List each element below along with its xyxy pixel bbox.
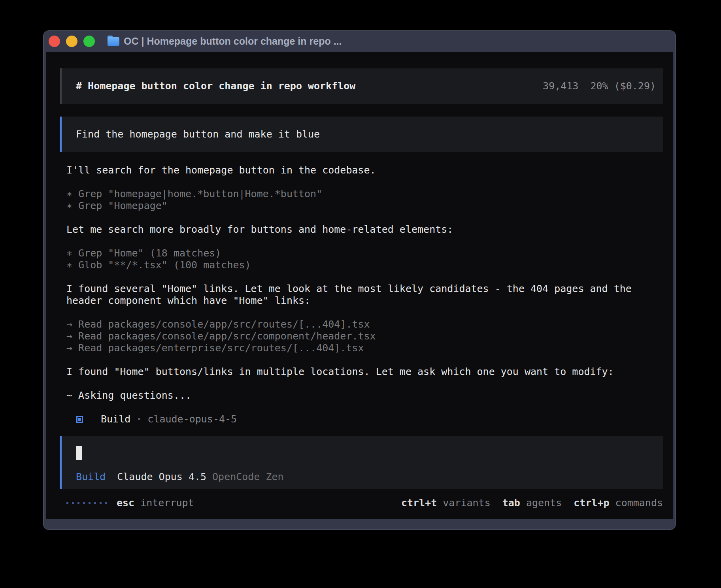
- output-line: header component which have "Home" links…: [66, 295, 663, 307]
- input-provider-label: OpenCode Zen: [212, 471, 284, 483]
- text-cursor: [76, 446, 82, 460]
- output-line: ∗ Grep "homepage|home.*button|Home.*butt…: [66, 188, 663, 200]
- agent-name: Build: [101, 413, 130, 425]
- hint-key: ctrl+p: [574, 497, 609, 509]
- status-bar: esc interrupt ctrl+t variantstab agentsc…: [66, 497, 663, 509]
- hint-label: commands: [610, 497, 663, 509]
- session-meta: 39,41320% ($0.29): [543, 80, 656, 92]
- tool-call-group: ∗ Grep "Home" (18 matches)∗ Glob "**/*.t…: [66, 247, 663, 271]
- keyboard-hint: ctrl+t variants: [401, 497, 491, 509]
- spinner-dot: [83, 502, 85, 504]
- token-count: 39,413: [543, 80, 578, 92]
- spinner-dots: [66, 502, 107, 504]
- assistant-text: I found several "Home" links. Let me loo…: [66, 283, 663, 307]
- esc-key-hint: esc: [117, 497, 134, 509]
- interrupt-label: interrupt: [140, 497, 194, 509]
- output-line: ∗ Grep "Home" (18 matches): [66, 247, 663, 259]
- folder-icon: [108, 37, 119, 46]
- traffic-lights: [49, 36, 95, 47]
- output-line: → Read packages/console/app/src/componen…: [66, 330, 663, 342]
- status-right: ctrl+t variantstab agentsctrl+p commands: [389, 497, 663, 509]
- tool-call-group: → Read packages/console/app/src/routes/[…: [66, 318, 663, 354]
- agent-model: claude-opus-4-5: [147, 413, 237, 425]
- agent-status-line: Build · claude-opus-4-5: [76, 413, 663, 425]
- user-message: Find the homepage button and make it blu…: [60, 117, 663, 152]
- spinner-dot: [77, 502, 79, 504]
- close-button[interactable]: [49, 36, 60, 47]
- output-line: Let me search more broadly for buttons a…: [66, 224, 663, 236]
- tool-call-group: ∗ Grep "homepage|home.*button|Home.*butt…: [66, 188, 663, 212]
- hint-key: ctrl+t: [401, 497, 437, 509]
- hint-key: tab: [502, 497, 520, 509]
- output-line: → Read packages/enterprise/src/routes/[.…: [66, 342, 663, 354]
- spinner-dot: [72, 502, 74, 504]
- spinner-dot: [94, 502, 96, 504]
- output-line: ∗ Glob "**/*.tsx" (100 matches): [66, 259, 663, 271]
- assistant-text: ~ Asking questions...: [66, 390, 663, 401]
- terminal-content: # Homepage button color change in repo w…: [46, 52, 673, 519]
- status-left: esc interrupt: [66, 497, 194, 509]
- output-line: I'll search for the homepage button in t…: [66, 164, 663, 176]
- output-line: → Read packages/console/app/src/routes/[…: [66, 318, 663, 330]
- keyboard-hint: ctrl+p commands: [574, 497, 663, 509]
- assistant-output: I'll search for the homepage button in t…: [66, 164, 663, 401]
- output-line: I found "Home" buttons/links in multiple…: [66, 366, 663, 378]
- window-titlebar[interactable]: OC | Homepage button color change in rep…: [43, 31, 676, 52]
- prompt-input[interactable]: Build Claude Opus 4.5 OpenCode Zen: [60, 436, 663, 489]
- assistant-text: I found "Home" buttons/links in multiple…: [66, 366, 663, 378]
- minimize-button[interactable]: [66, 36, 77, 47]
- input-agent-label[interactable]: Build: [76, 471, 106, 483]
- agent-build-icon: [76, 416, 83, 423]
- hint-label: agents: [520, 497, 562, 509]
- spinner-dot: [105, 502, 107, 504]
- session-title: # Homepage button color change in repo w…: [76, 80, 355, 92]
- window-bottom-edge: [43, 519, 676, 530]
- user-message-text: Find the homepage button and make it blu…: [76, 128, 320, 140]
- assistant-text: Let me search more broadly for buttons a…: [66, 224, 663, 236]
- hint-label: variants: [437, 497, 490, 509]
- output-line: I found several "Home" links. Let me loo…: [66, 283, 663, 295]
- context-usage: 20% ($0.29): [590, 80, 656, 92]
- spinner-dot: [100, 502, 102, 504]
- spinner-dot: [89, 502, 91, 504]
- output-line: ∗ Grep "Homepage": [66, 200, 663, 212]
- keyboard-hint: tab agents: [502, 497, 562, 509]
- spinner-dot: [66, 502, 68, 504]
- zoom-button[interactable]: [83, 36, 95, 47]
- agent-separator: ·: [136, 413, 142, 425]
- window-title: OC | Homepage button color change in rep…: [124, 36, 342, 47]
- desktop: OC | Homepage button color change in rep…: [0, 0, 721, 588]
- assistant-text: I'll search for the homepage button in t…: [66, 164, 663, 176]
- input-meta-row: Build Claude Opus 4.5 OpenCode Zen: [76, 471, 663, 483]
- terminal-window: OC | Homepage button color change in rep…: [43, 30, 676, 530]
- input-model-label: Claude Opus 4.5: [117, 471, 206, 483]
- output-line: ~ Asking questions...: [66, 390, 663, 401]
- esc-key-label: [134, 497, 140, 509]
- session-header: # Homepage button color change in repo w…: [60, 68, 663, 104]
